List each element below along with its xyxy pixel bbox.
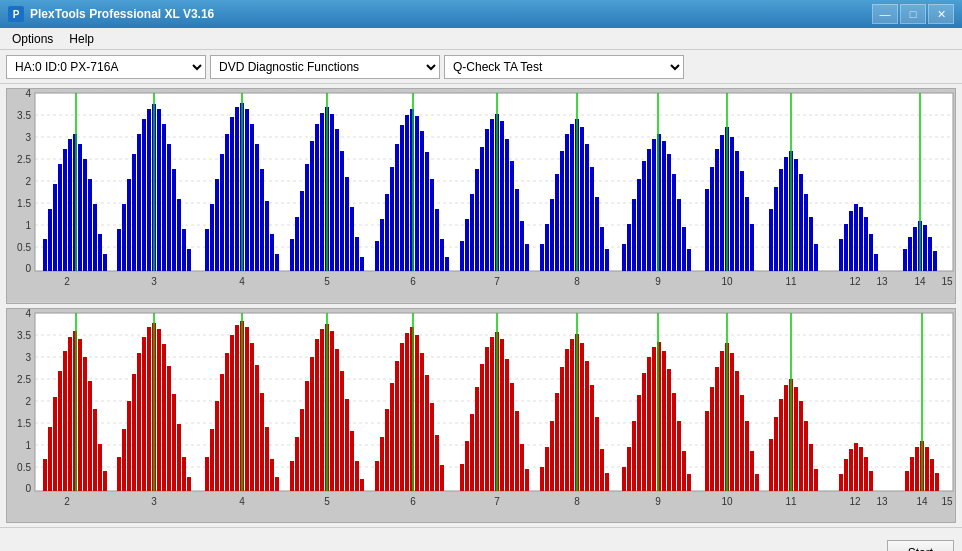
test-select[interactable]: Q-Check TA Test	[444, 55, 684, 79]
svg-rect-351	[769, 439, 773, 491]
svg-rect-22	[43, 239, 47, 271]
svg-text:10: 10	[721, 496, 733, 507]
svg-rect-174	[874, 254, 878, 271]
svg-rect-252	[230, 335, 234, 491]
svg-text:2: 2	[25, 176, 31, 187]
svg-rect-108	[500, 121, 504, 271]
svg-rect-328	[642, 373, 646, 491]
svg-rect-71	[305, 164, 309, 271]
svg-rect-110	[510, 161, 514, 271]
svg-text:3: 3	[151, 496, 157, 507]
svg-rect-224	[78, 339, 82, 491]
maximize-button[interactable]: □	[900, 4, 926, 24]
svg-rect-334	[672, 393, 676, 491]
main-content: 4 3.5 3 2.5 2 1.5 1 0.5 0	[0, 84, 962, 527]
svg-rect-243	[177, 424, 181, 491]
minimize-button[interactable]: —	[872, 4, 898, 24]
svg-rect-65	[270, 234, 274, 271]
svg-rect-128	[605, 249, 609, 271]
svg-rect-306	[520, 444, 524, 491]
svg-rect-169	[849, 211, 853, 271]
svg-text:14: 14	[914, 276, 926, 287]
svg-rect-48	[177, 199, 181, 271]
svg-rect-26	[63, 149, 67, 271]
svg-rect-175	[903, 249, 907, 271]
svg-rect-156	[769, 209, 773, 271]
svg-rect-79	[345, 177, 349, 271]
svg-rect-291	[435, 435, 439, 491]
svg-rect-42	[147, 109, 151, 271]
svg-rect-340	[710, 387, 714, 491]
svg-text:0: 0	[25, 483, 31, 494]
svg-rect-94	[425, 152, 429, 271]
svg-rect-69	[295, 217, 299, 271]
svg-rect-218	[48, 427, 52, 491]
svg-rect-24	[53, 184, 57, 271]
svg-rect-84	[375, 241, 379, 271]
svg-rect-143	[687, 249, 691, 271]
svg-rect-332	[662, 351, 666, 491]
svg-rect-30	[83, 159, 87, 271]
svg-rect-281	[385, 409, 389, 491]
svg-rect-163	[804, 194, 808, 271]
svg-rect-336	[682, 451, 686, 491]
svg-rect-339	[705, 411, 709, 491]
svg-text:2.5: 2.5	[17, 154, 31, 165]
svg-text:11: 11	[785, 496, 797, 507]
svg-rect-264	[295, 437, 299, 491]
svg-rect-151	[735, 151, 739, 271]
svg-rect-362	[839, 474, 843, 491]
svg-rect-303	[505, 359, 509, 491]
svg-rect-120	[565, 134, 569, 271]
svg-rect-247	[205, 457, 209, 491]
menu-options[interactable]: Options	[4, 30, 61, 48]
svg-text:P: P	[13, 9, 20, 20]
svg-rect-299	[485, 347, 489, 491]
svg-rect-98	[445, 257, 449, 271]
svg-text:5: 5	[324, 276, 330, 287]
svg-rect-221	[63, 351, 67, 491]
svg-rect-121	[570, 124, 574, 271]
svg-rect-271	[330, 331, 334, 491]
svg-rect-88	[395, 144, 399, 271]
svg-rect-80	[350, 207, 354, 271]
svg-rect-181	[933, 251, 937, 271]
svg-rect-302	[500, 339, 504, 491]
svg-rect-168	[844, 224, 848, 271]
svg-rect-133	[637, 179, 641, 271]
svg-rect-159	[784, 157, 788, 271]
svg-text:12: 12	[849, 276, 861, 287]
function-select[interactable]: DVD Diagnostic Functions	[210, 55, 440, 79]
svg-rect-104	[480, 147, 484, 271]
window-title: PlexTools Professional XL V3.16	[30, 7, 214, 21]
svg-rect-297	[475, 387, 479, 491]
svg-text:14: 14	[916, 496, 928, 507]
svg-rect-119	[560, 151, 564, 271]
right-buttons: Start i	[887, 540, 954, 552]
drive-select[interactable]: HA:0 ID:0 PX-716A	[6, 55, 206, 79]
svg-rect-241	[167, 366, 171, 491]
svg-rect-313	[560, 367, 564, 491]
close-button[interactable]: ✕	[928, 4, 954, 24]
svg-rect-87	[390, 167, 394, 271]
svg-rect-23	[48, 209, 52, 271]
start-button[interactable]: Start	[887, 540, 954, 552]
svg-rect-280	[380, 437, 384, 491]
svg-rect-234	[132, 374, 136, 491]
svg-rect-345	[735, 371, 739, 491]
svg-text:13: 13	[876, 496, 888, 507]
svg-rect-228	[98, 444, 102, 491]
svg-rect-70	[300, 191, 304, 271]
svg-rect-154	[750, 224, 754, 271]
svg-rect-253	[235, 325, 239, 491]
svg-rect-315	[570, 339, 574, 491]
svg-rect-164	[809, 217, 813, 271]
svg-text:3.5: 3.5	[17, 330, 31, 341]
svg-rect-288	[420, 353, 424, 491]
svg-rect-236	[142, 337, 146, 491]
svg-text:4: 4	[239, 496, 245, 507]
svg-rect-56	[225, 134, 229, 271]
menu-help[interactable]: Help	[61, 30, 102, 48]
svg-text:0.5: 0.5	[17, 242, 31, 253]
svg-text:9: 9	[655, 276, 661, 287]
